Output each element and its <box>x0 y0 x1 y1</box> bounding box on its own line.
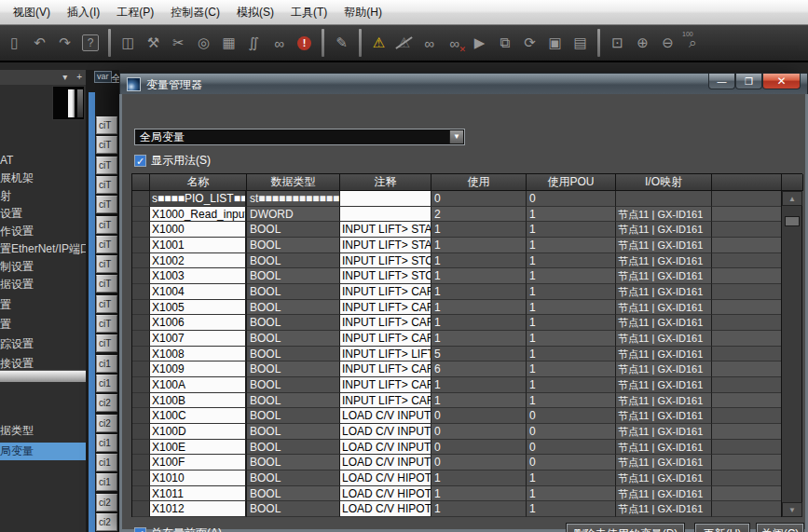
sidebar-item-10[interactable]: 踪设置 <box>0 335 86 353</box>
menu-item-H[interactable]: 帮助(H) <box>336 1 390 24</box>
dialog-titlebar[interactable]: 变量管理器 — ❐ ✕ <box>119 73 808 94</box>
background-row-cell[interactable]: ci2 <box>96 513 117 531</box>
sidebar-item-data-types[interactable]: 据类型 <box>0 422 86 440</box>
monitor-icon[interactable]: ∞ <box>417 31 442 55</box>
background-row-cell[interactable]: ciT <box>96 334 117 352</box>
background-row-cell[interactable]: ciT <box>96 157 117 174</box>
update-button[interactable]: 更新(U) <box>695 524 749 532</box>
name-cell[interactable]: X100C <box>150 408 247 424</box>
vertical-scrollbar[interactable]: ▲ ▼ <box>781 191 801 517</box>
transfer-to-controller-icon[interactable]: ▣ <box>542 31 568 55</box>
minimize-button[interactable]: — <box>708 74 735 89</box>
menu-item-P[interactable]: 工程(P) <box>108 1 162 24</box>
datatype-cell[interactable]: BOOL <box>247 238 340 253</box>
editor-tab[interactable]: var <box>94 71 112 83</box>
datatype-cell[interactable]: BOOL <box>247 222 340 238</box>
background-row-cell[interactable]: ci1 <box>96 473 117 491</box>
always-on-top-checkbox[interactable]: ✓ 总在最前面(A) <box>134 525 222 532</box>
comment-cell[interactable]: LOAD C/V INPUT V <box>340 455 431 471</box>
name-cell[interactable]: X1006 <box>150 315 247 331</box>
zoom-in-icon[interactable]: ⊕ <box>630 31 655 55</box>
comment-cell[interactable]: LOAD C/V INPUT V <box>340 424 431 440</box>
name-cell[interactable]: X1001 <box>150 238 247 253</box>
name-cell[interactable]: X1005 <box>150 300 247 316</box>
name-cell[interactable]: X1011 <box>150 486 247 502</box>
transfer-from-controller-icon[interactable]: ▤ <box>568 31 593 55</box>
comment-cell[interactable]: LOAD C/V HIPOT_ <box>340 486 431 502</box>
datatype-cell[interactable]: st■■■■■■■■■■■■ <box>247 191 340 207</box>
scope-combobox[interactable]: 全局变量 ▼ <box>134 129 465 145</box>
io-watch-icon[interactable]: ∬ <box>241 31 267 55</box>
zoom-fit-icon[interactable]: ⊡ <box>605 31 630 55</box>
error-list-icon[interactable]: ! <box>292 31 317 55</box>
sidebar-item-3[interactable]: 设置 <box>0 205 86 223</box>
background-row-cell[interactable]: ci1 <box>96 375 117 392</box>
comment-cell[interactable]: INPUT LIFT> STAG <box>340 238 431 253</box>
close-button[interactable]: ✕ <box>762 74 801 89</box>
pin-icon[interactable]: + <box>76 72 82 82</box>
scroll-down-icon[interactable]: ▼ <box>782 502 802 517</box>
edit-mode-icon[interactable]: ✎ <box>329 31 354 55</box>
sidebar-item-6[interactable]: 制设置 <box>0 258 86 276</box>
collapse-arrow-icon[interactable]: ▾ <box>62 72 67 82</box>
comment-cell[interactable]: INPUT LIFT> CARR <box>340 284 431 300</box>
menu-item-C[interactable]: 控制器(C) <box>162 1 228 24</box>
datatype-cell[interactable]: BOOL <box>247 347 340 362</box>
monitor-stop-icon[interactable]: ∞ <box>442 31 467 55</box>
comment-cell[interactable]: INPUT LIFT> STAG <box>340 222 431 238</box>
comment-cell[interactable]: INPUT LIFT> CARR <box>340 315 431 331</box>
background-row-cell[interactable]: ciT <box>96 315 117 333</box>
datatype-cell[interactable]: DWORD <box>247 207 340 223</box>
comment-cell[interactable]: INPUT LIFT> LIFT ( <box>340 347 431 362</box>
datatype-cell[interactable]: BOOL <box>247 424 340 440</box>
background-row-cell[interactable]: ci2 <box>96 415 117 432</box>
watch-window-icon[interactable]: ◎ <box>191 31 216 55</box>
comment-cell[interactable]: INPUT LIFT> STOP <box>340 253 431 269</box>
name-cell[interactable]: X1012 <box>150 501 247 517</box>
name-cell[interactable]: X100A <box>150 377 247 393</box>
sidebar-item-2[interactable]: 射 <box>0 187 86 205</box>
menu-item-S[interactable]: 模拟(S) <box>228 1 282 24</box>
delete-unused-variables-button[interactable]: 删除未使用的变量(D) <box>567 524 684 532</box>
background-row-cell[interactable]: ci2 <box>96 394 117 412</box>
datatype-cell[interactable]: BOOL <box>247 331 340 347</box>
step-copy-icon[interactable]: ⧉ <box>492 31 517 55</box>
background-row-cell[interactable]: ciT <box>96 216 117 234</box>
sync-icon[interactable]: ⟳ <box>517 31 542 55</box>
background-row-cell[interactable]: ci1 <box>96 434 117 452</box>
sidebar-item-global-variables[interactable]: 局变量 <box>0 443 86 460</box>
name-cell[interactable]: X1010 <box>150 471 247 486</box>
name-cell[interactable]: X1007 <box>150 331 247 347</box>
background-row-cell[interactable]: ciT <box>96 116 117 134</box>
comment-cell[interactable] <box>340 191 431 207</box>
name-cell[interactable]: X1000_Read_input <box>150 207 247 223</box>
rebuild-icon[interactable]: ✂ <box>166 31 191 55</box>
comment-cell[interactable]: INPUT LIFT> CARR <box>340 361 431 377</box>
datatype-cell[interactable]: BOOL <box>247 455 340 471</box>
step-run-icon[interactable]: ▶ <box>467 31 492 55</box>
sidebar-item-7[interactable]: 据设置 <box>0 276 86 293</box>
watch-table-icon[interactable]: ▦ <box>216 31 241 55</box>
datatype-cell[interactable]: BOOL <box>247 253 340 269</box>
background-row-cell[interactable]: ciT <box>96 176 117 194</box>
sidebar-item-8[interactable]: 置 <box>0 296 86 314</box>
menu-item-I[interactable]: 插入(I) <box>59 1 108 24</box>
comment-cell[interactable] <box>340 207 431 223</box>
comment-cell[interactable]: INPUT LIFT> CARR <box>340 300 431 316</box>
datatype-cell[interactable]: BOOL <box>247 486 340 502</box>
name-cell[interactable]: X1004 <box>150 284 247 300</box>
background-row-cell[interactable]: ci1 <box>96 454 117 471</box>
background-row-cell[interactable]: ciT <box>96 295 117 313</box>
datatype-cell[interactable]: BOOL <box>247 471 340 486</box>
sidebar-item-0[interactable]: AT <box>0 152 86 170</box>
name-cell[interactable]: s■■■■PIO_LIST■■■ <box>150 191 247 207</box>
comment-cell[interactable]: LOAD C/V INPUT V <box>340 440 431 456</box>
zoom-100-icon[interactable]: ⌕ <box>680 31 705 55</box>
name-cell[interactable]: X100D <box>150 424 247 440</box>
comment-cell[interactable]: INPUT LIFT> CARR <box>340 393 431 409</box>
datatype-cell[interactable]: BOOL <box>247 408 340 424</box>
datatype-cell[interactable]: BOOL <box>247 284 340 300</box>
datatype-cell[interactable]: BOOL <box>247 501 340 517</box>
background-row-cell[interactable]: ciT <box>96 196 117 213</box>
comment-cell[interactable]: INPUT LIFT> CARR <box>340 377 431 393</box>
